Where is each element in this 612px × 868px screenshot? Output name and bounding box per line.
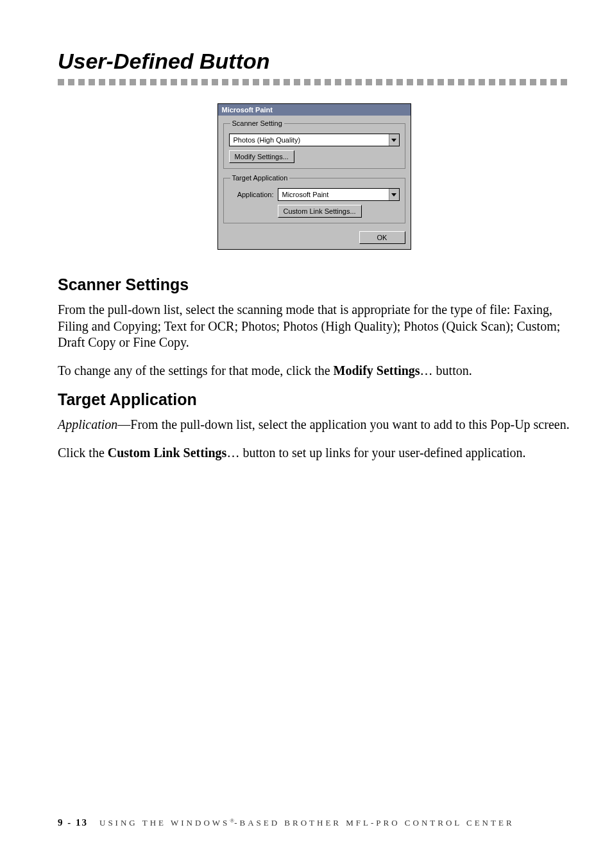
chapter-title: USING THE WINDOWS®-BASED BROTHER MFL-PRO… [99,817,514,828]
scanner-settings-para1: From the pull-down list, select the scan… [58,302,570,351]
scanner-setting-group: Scanner Setting Photos (High Quality) Mo… [223,119,405,169]
ok-button[interactable]: OK [359,231,405,244]
text-fragment: Click the [58,446,108,460]
dialog-title-bar: Microsoft Paint [218,104,411,116]
target-application-para1: Application—From the pull-down list, sel… [58,417,570,433]
scanner-setting-value: Photos (High Quality) [230,136,389,144]
application-label: Application: [229,191,274,198]
page-number: 9 - 13 [58,817,88,828]
text-fragment: —From the pull-down list, select the app… [117,417,569,431]
scanner-settings-para2: To change any of the settings for that m… [58,363,570,379]
dialog-microsoft-paint: Microsoft Paint Scanner Setting Photos (… [217,103,411,250]
page-footer: 9 - 13 USING THE WINDOWS®-BASED BROTHER … [58,817,514,828]
application-value: Microsoft Paint [278,191,389,198]
text-fragment: USING THE WINDOWS [99,818,230,828]
scanner-settings-heading: Scanner Settings [58,275,570,294]
modify-settings-button[interactable]: Modify Settings... [229,150,294,163]
target-application-legend: Target Application [230,174,290,182]
target-application-group: Target Application Application: Microsof… [223,174,405,223]
text-fragment: … button to set up links for your user-d… [226,446,525,460]
chevron-down-icon[interactable] [389,134,399,146]
scanner-setting-legend: Scanner Setting [230,119,284,127]
text-fragment: -BASED BROTHER MFL-PRO CONTROL CENTER [234,818,514,828]
custom-link-settings-button[interactable]: Custom Link Settings... [278,205,362,218]
text-fragment: … button. [420,363,472,378]
text-fragment: To change any of the settings for that m… [58,363,334,378]
dotted-rule [58,79,570,85]
target-application-para2: Click the Custom Link Settings… button t… [58,445,570,462]
main-heading: User-Defined Button [58,49,570,74]
custom-link-settings-bold: Custom Link Settings [108,446,227,460]
scanner-setting-dropdown[interactable]: Photos (High Quality) [229,134,400,146]
application-italic: Application [58,417,117,431]
target-application-heading: Target Application [58,390,570,409]
chevron-down-icon[interactable] [389,189,399,200]
modify-settings-bold: Modify Settings [334,363,420,378]
application-dropdown[interactable]: Microsoft Paint [278,188,400,201]
